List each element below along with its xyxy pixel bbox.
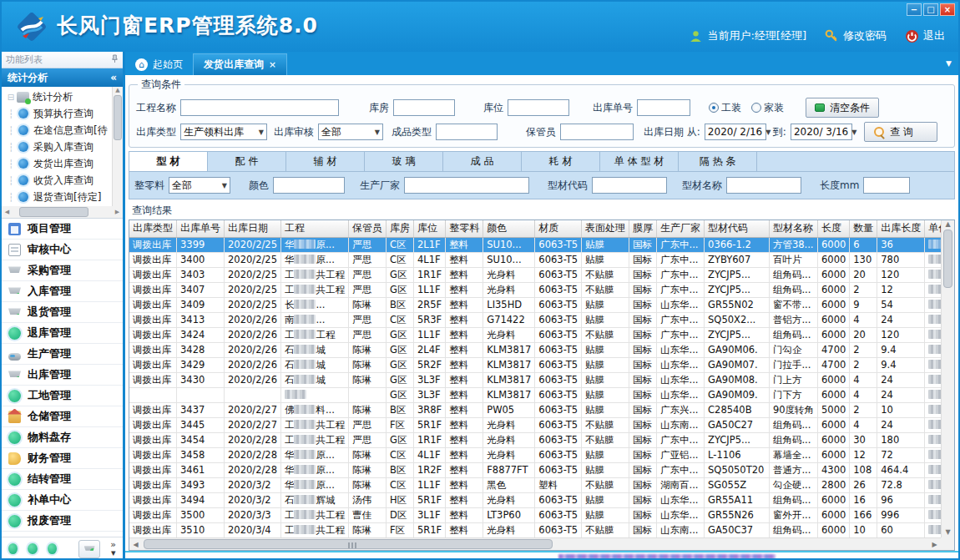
column-header[interactable]: 出库单号 xyxy=(177,220,225,237)
order-no-input[interactable] xyxy=(637,99,690,116)
table-row[interactable]: 调拨出库34942020/3/2石辉城汤伟H区5R1F整料光身料6063-T5贴… xyxy=(129,492,941,507)
table-row[interactable]: 调拨出库34542020/2/28工共工程严思G区1R1F整料光身料6063-T… xyxy=(129,432,941,447)
column-header[interactable]: 库房 xyxy=(386,220,413,237)
out-audit-select[interactable]: 全部▼ xyxy=(318,124,383,140)
sidebar-item-财务管理[interactable]: 财务管理 xyxy=(2,448,123,469)
column-header[interactable]: 型材代码 xyxy=(705,220,770,237)
sidebar-item-报废管理[interactable]: 报废管理 xyxy=(2,511,123,532)
column-header[interactable]: 出库日期 xyxy=(225,220,281,237)
profile-code-input[interactable] xyxy=(592,177,667,194)
column-header[interactable]: 膜厚 xyxy=(629,220,657,237)
material-tab[interactable]: 配 件 xyxy=(208,152,286,171)
profile-name-input[interactable] xyxy=(726,177,801,194)
tree-item[interactable]: ┆收货入库查询 xyxy=(5,172,123,189)
column-header[interactable]: 长度 xyxy=(818,220,850,237)
color-input[interactable] xyxy=(273,177,345,194)
table-row[interactable]: 调拨出库35002020/3/3工共工程曹佳D区3L1F整料LT3P606063… xyxy=(129,507,941,522)
pin-icon[interactable] xyxy=(111,54,119,66)
tab-home[interactable]: ⌂ 起始页 xyxy=(125,53,193,75)
table-row[interactable]: 调拨出库34612020/2/28华原...陈琳B区1R2F整料F8877FT6… xyxy=(129,462,941,477)
location-input[interactable] xyxy=(508,99,569,116)
column-header[interactable]: 型材名称 xyxy=(769,220,817,237)
column-header[interactable]: 颜色 xyxy=(483,220,535,237)
material-tab[interactable]: 辅 材 xyxy=(286,152,365,171)
table-row[interactable]: 调拨出库34372020/2/27佛料...陈琳B区3R8F整料PW056063… xyxy=(129,402,941,417)
sidebar-item-生产管理[interactable]: 生产管理 xyxy=(2,344,123,365)
change-password-button[interactable]: 修改密码 xyxy=(825,28,887,43)
out-type-select[interactable]: 生产领料出库▼ xyxy=(180,124,267,140)
radio-work[interactable]: 工装 xyxy=(709,101,741,115)
table-row[interactable]: G区3L3F整料KLM38176063-T5贴膜国标山东华...GA90M09.… xyxy=(129,387,941,402)
sidebar-item-退货管理[interactable]: 退货管理 xyxy=(2,302,123,323)
sidebar-item-退库管理[interactable]: 退库管理 xyxy=(2,323,123,344)
sidebar-item-采购管理[interactable]: 采购管理 xyxy=(2,260,123,281)
product-type-input[interactable] xyxy=(436,124,498,140)
material-tab[interactable]: 成 品 xyxy=(443,152,522,171)
column-header[interactable]: 生产厂家 xyxy=(657,220,705,237)
sidebar-item-出库管理[interactable]: 出库管理 xyxy=(2,365,123,386)
column-header[interactable]: 数量 xyxy=(850,220,877,237)
column-header[interactable]: 库位 xyxy=(413,220,445,237)
grid-vertical-scrollbar[interactable]: ▲▼ xyxy=(941,220,954,537)
sidebar-item-结转管理[interactable]: 结转管理 xyxy=(2,469,123,490)
tree-horizontal-scrollbar[interactable]: ◀▶ xyxy=(2,206,123,218)
project-name-input[interactable] xyxy=(180,99,339,116)
date-from-picker[interactable]: 2020/ 2/16▼ xyxy=(705,124,766,140)
material-tab[interactable]: 耗 材 xyxy=(522,152,600,171)
table-row[interactable]: 调拨出库34932020/3/2华原...陈琳C区1L1F整料黑色塑料不贴膜国标… xyxy=(129,477,941,492)
tree-root[interactable]: ⊟ 统计分析 xyxy=(5,88,123,105)
material-tab[interactable]: 隔 热 条 xyxy=(679,152,757,171)
sidebar-item-项目管理[interactable]: 项目管理 xyxy=(2,219,123,240)
tree-item[interactable]: ┆预算执行查询 xyxy=(5,105,123,122)
table-row[interactable]: 调拨出库34242020/2/26工工程严思G区1L1F整料光身料6063-T5… xyxy=(129,327,941,342)
tree-item[interactable]: ┆退货查询[待定] xyxy=(5,189,123,205)
material-tab[interactable]: 玻 璃 xyxy=(365,152,443,171)
sidebar-item-工地管理[interactable]: 工地管理 xyxy=(2,386,123,406)
column-header[interactable]: 出库类型 xyxy=(129,220,177,237)
column-header[interactable]: 出库长度 xyxy=(877,220,925,237)
warehouse-input[interactable] xyxy=(393,99,455,116)
logout-button[interactable]: 退出 xyxy=(905,28,945,43)
sidebar-item-物料盘存[interactable]: 物料盘存 xyxy=(2,427,123,448)
table-row[interactable]: 调拨出库34452020/2/27工共工程严思F区5R1F整料光身料6063-T… xyxy=(129,417,941,432)
table-row[interactable]: 调拨出库33992020/2/25华原...严思C区2L1F整料SU10...6… xyxy=(129,237,941,252)
date-to-picker[interactable]: 2020/ 3/16▼ xyxy=(791,124,852,140)
column-header[interactable]: 整零料 xyxy=(446,220,483,237)
green-dot-icon[interactable] xyxy=(28,543,37,554)
search-button[interactable]: 查 询 xyxy=(864,122,937,142)
sidebar-item-审核中心[interactable]: 审核中心 xyxy=(2,240,123,260)
sidebar-item-补单中心[interactable]: 补单中心 xyxy=(2,490,123,511)
column-header[interactable]: 保管员 xyxy=(348,220,386,237)
table-row[interactable]: 调拨出库34582020/2/28华原...陈琳C区4L1F整料光身料6063-… xyxy=(129,447,941,462)
tree-item[interactable]: ┆在途信息查询[待 xyxy=(5,122,123,139)
tree-item[interactable]: ┆发货出库查询 xyxy=(5,155,123,172)
tree-vertical-scrollbar[interactable]: ▲ xyxy=(112,87,123,206)
table-row[interactable]: 调拨出库34132020/2/26南...严思C区5R3F整料G71422606… xyxy=(129,312,941,327)
clear-conditions-button[interactable]: 清空条件 xyxy=(806,98,879,118)
table-row[interactable]: 调拨出库34292020/2/26石城陈琳G区5R2F整料KLM38176063… xyxy=(129,357,941,372)
expand-icon[interactable]: »▾ xyxy=(110,541,116,557)
table-row[interactable]: 调拨出库35102020/3/4工共工程陈琳F区5R1F整料光身料6063-T5… xyxy=(129,522,941,537)
sidebar-item-入库管理[interactable]: 入库管理 xyxy=(2,281,123,302)
minimize-button[interactable]: − xyxy=(907,3,922,16)
length-input[interactable] xyxy=(863,177,910,194)
manufacturer-input[interactable] xyxy=(404,177,529,194)
column-header[interactable]: 表面处理 xyxy=(582,220,629,237)
green-dot-icon[interactable] xyxy=(48,543,57,554)
keeper-input[interactable] xyxy=(560,124,634,140)
material-tab[interactable]: 型 材 xyxy=(129,152,208,171)
column-header[interactable]: 工程 xyxy=(280,220,348,237)
table-row[interactable]: 调拨出库34002020/2/25华原...严思C区4L1F整料SU10...6… xyxy=(129,252,941,267)
radio-home[interactable]: 家装 xyxy=(751,101,784,115)
sidebar-section-header[interactable]: 统计分析 « xyxy=(2,68,123,87)
column-header[interactable]: 材质 xyxy=(535,220,582,237)
material-tab[interactable]: 单 体 型 材 xyxy=(600,152,679,171)
tab-shipment-outbound-query[interactable]: 发货出库查询 × xyxy=(193,53,287,75)
column-header[interactable]: 单价 xyxy=(925,220,941,237)
maximize-button[interactable]: □ xyxy=(923,3,938,16)
table-row[interactable]: 调拨出库34032020/2/25工共工程严思G区1R1F整料光身料6063-T… xyxy=(129,267,941,282)
grid-horizontal-scrollbar[interactable]: ◀▶ xyxy=(129,537,941,550)
table-row[interactable]: 调拨出库34302020/2/26石城陈琳G区3L3F整料KLM38176063… xyxy=(129,372,941,387)
tree-item[interactable]: ┆采购入库查询 xyxy=(5,139,123,155)
collapse-icon[interactable]: « xyxy=(110,72,117,83)
